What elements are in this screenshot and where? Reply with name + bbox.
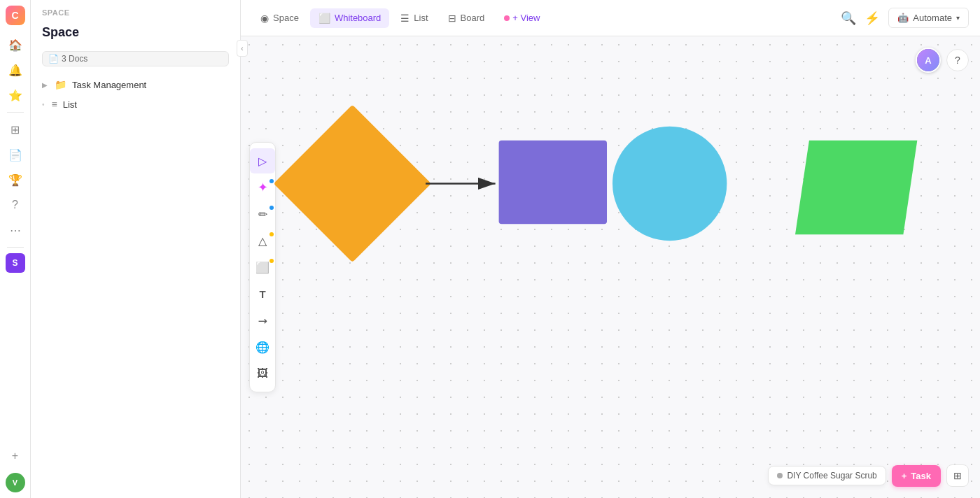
- nav-docs[interactable]: 📄: [4, 143, 27, 166]
- grid-view-button[interactable]: ⊞: [946, 464, 969, 487]
- whiteboard-tab-icon: ⬜: [318, 13, 330, 24]
- docs-badge[interactable]: 📄 3 Docs: [42, 51, 229, 66]
- space-badge[interactable]: S: [6, 253, 25, 273]
- tab-space[interactable]: ◉ Space: [252, 8, 307, 28]
- tab-list[interactable]: ☰ List: [392, 8, 436, 28]
- whiteboard-canvas[interactable]: A ? ▷ ✦ ✏ △ ⬜: [241, 36, 980, 498]
- create-task-button[interactable]: + Task: [892, 465, 941, 487]
- arrow-icon: ▶: [42, 81, 48, 89]
- app-sidebar: C 🏠 🔔 ⭐ ⊞ 📄 🏆 ? ⋯ S + V: [0, 0, 31, 498]
- bottom-bar: DIY Coffee Sugar Scrub + Task ⊞: [768, 464, 969, 487]
- nav-notifications[interactable]: 🔔: [4, 59, 27, 81]
- automate-icon: 🤖: [897, 13, 909, 23]
- sidebar-item-task-management[interactable]: ▶ 📁 Task Management: [31, 75, 240, 94]
- nav-add[interactable]: +: [4, 445, 27, 467]
- canvas-svg: [241, 36, 980, 498]
- chevron-down-icon: ▾: [956, 14, 960, 22]
- search-icon[interactable]: 🔍: [841, 10, 856, 26]
- top-nav: ◉ Space ⬜ Whiteboard ☰ List ⊟ Board + Vi…: [241, 0, 980, 36]
- dot-icon: •: [42, 101, 45, 108]
- task-dot-icon: [777, 473, 783, 478]
- folder-icon: 📁: [55, 79, 66, 90]
- doc-icon: 📄: [48, 54, 59, 64]
- parallelogram-shape[interactable]: [795, 141, 917, 234]
- circle-shape[interactable]: [612, 127, 727, 241]
- lightning-icon[interactable]: ⚡: [864, 10, 880, 26]
- nav-apps[interactable]: ⊞: [4, 118, 27, 141]
- sidebar-item-list[interactable]: • ≡ List: [31, 94, 240, 114]
- automate-button[interactable]: 🤖 Automate ▾: [888, 8, 969, 28]
- space-title: Space: [31, 22, 240, 48]
- space-tab-icon: ◉: [260, 13, 269, 24]
- nav-divider-2: [7, 247, 24, 248]
- nav-favorites[interactable]: ⭐: [4, 84, 27, 106]
- nav-divider-1: [7, 112, 24, 113]
- list-icon: ≡: [52, 99, 57, 110]
- tab-whiteboard[interactable]: ⬜ Whiteboard: [310, 8, 389, 28]
- space-sidebar: SPACE Space 📄 3 Docs ▶ 📁 Task Management…: [31, 0, 241, 498]
- board-tab-icon: ⊟: [448, 13, 456, 24]
- nav-help[interactable]: ?: [4, 194, 27, 216]
- user-avatar[interactable]: V: [6, 473, 25, 492]
- task-tag[interactable]: DIY Coffee Sugar Scrub: [768, 466, 886, 485]
- collapse-sidebar-button[interactable]: ‹: [237, 40, 248, 57]
- add-view-button[interactable]: + View: [496, 8, 548, 27]
- rectangle-shape[interactable]: [499, 141, 607, 225]
- grid-icon: ⊞: [953, 470, 962, 481]
- space-label: SPACE: [31, 0, 240, 22]
- diamond-shape[interactable]: [274, 105, 431, 262]
- app-logo[interactable]: C: [6, 6, 25, 25]
- nav-more[interactable]: ⋯: [4, 219, 27, 241]
- view-dot-icon: [504, 15, 510, 21]
- list-tab-icon: ☰: [400, 13, 410, 24]
- nav-goals[interactable]: 🏆: [4, 169, 27, 191]
- nav-home[interactable]: 🏠: [4, 34, 27, 56]
- top-nav-right: 🔍 ⚡ 🤖 Automate ▾: [841, 8, 969, 28]
- main-area: ◉ Space ⬜ Whiteboard ☰ List ⊟ Board + Vi…: [241, 0, 980, 498]
- tab-board[interactable]: ⊟ Board: [440, 8, 493, 28]
